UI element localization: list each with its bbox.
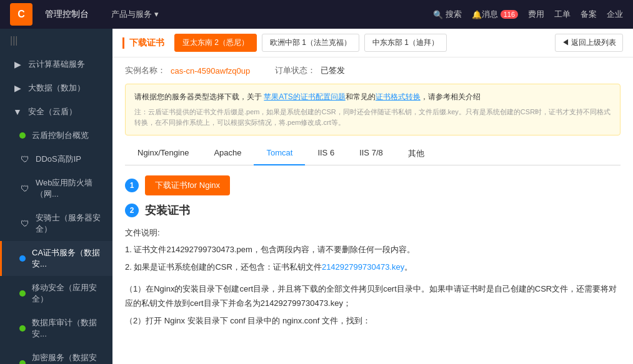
tab-iis78[interactable]: IIS 7/8	[347, 143, 396, 165]
tab-iis6[interactable]: IIS 6	[305, 143, 347, 165]
main-content: 下载证书 亚太东南 2（悉尼） 欧洲中部 1（法兰克福） 中东东部 1（迪拜） …	[112, 29, 633, 364]
instance-name-item: 实例名称： cas-cn-4590awfzq0up	[125, 65, 250, 76]
sidebar-item-aqishi[interactable]: 🛡 安骑士（服务器安全）	[0, 206, 112, 241]
sidebar-item-ddos[interactable]: 🛡 DDoS高防IP	[0, 147, 112, 171]
nav-menu: 产品与服务 ▾	[104, 5, 166, 24]
tab-apache[interactable]: Apache	[201, 143, 254, 165]
circle-icon	[19, 132, 26, 139]
install-steps: （1）在Nginx的安装目录下创建cert目录，并且将下载的全部文件拷贝到cer…	[125, 282, 621, 328]
key-file-link[interactable]: 214292799730473.key	[322, 262, 404, 272]
message-badge: 116	[501, 10, 518, 19]
sidebar-item-security[interactable]: ▼ 安全（云盾）	[0, 100, 112, 124]
circle-icon	[19, 360, 26, 364]
step1-row: 1 下载证书for Nginx	[125, 175, 621, 195]
tab-tomcat[interactable]: Tomcat	[254, 143, 305, 165]
install-step1: （1）在Nginx的安装目录下创建cert目录，并且将下载的全部文件拷贝到cer…	[125, 282, 621, 311]
apple-ats-link[interactable]: 苹果ATS的证书配置问题	[264, 92, 345, 101]
step2-row: 2 安装证书	[125, 203, 621, 218]
enterprise-link[interactable]: 企业	[607, 9, 623, 20]
search-button[interactable]: 🔍 搜索	[433, 9, 462, 20]
nav-right: 🔍 搜索 🔔 消息 116 费用 工单 备案 企业	[433, 9, 623, 20]
shield-icon: 🛡	[19, 183, 31, 194]
file-item1: 1. 证书文件214292799730473.pem，包含两段内容，请不要删除任…	[125, 242, 621, 257]
circle-icon	[19, 325, 26, 332]
shield-icon: 🛡	[19, 154, 31, 165]
tickets-link[interactable]: 工单	[554, 9, 571, 20]
step1-number: 1	[125, 179, 139, 192]
instance-info: 实例名称： cas-cn-4590awfzq0up 订单状态： 已签发	[112, 57, 633, 84]
shield-icon: 🛡	[19, 218, 31, 229]
cert-content: 1 下载证书for Nginx 2 安装证书 文件说明: 1. 证书文件2142…	[112, 165, 633, 340]
download-nginx-button[interactable]: 下载证书for Nginx	[145, 175, 230, 195]
sidebar-item-cloud-compute[interactable]: ▶ 云计算基础服务	[0, 52, 112, 76]
server-type-tabs: Nginx/Tengine Apache Tomcat IIS 6 IIS 7/…	[125, 143, 621, 165]
top-navigation: C 管理控制台 产品与服务 ▾ 🔍 搜索 🔔 消息 116 费用 工单 备案 企…	[0, 0, 633, 29]
status-label: 订单状态：	[275, 65, 316, 76]
install-step2: （2）打开 Nginx 安装目录下 conf 目录中的 nginx.conf 文…	[125, 313, 621, 328]
search-icon: 🔍	[433, 10, 443, 19]
nav-title: 管理控制台	[45, 9, 89, 20]
file-description: 文件说明: 1. 证书文件214292799730473.pem，包含两段内容，…	[125, 225, 621, 274]
chevron-right-icon: ▶	[12, 82, 23, 94]
file-desc-title: 文件说明:	[125, 225, 621, 240]
tab-nginx[interactable]: Nginx/Tengine	[125, 143, 201, 165]
cert-format-link[interactable]: 证书格式转换	[376, 92, 421, 101]
step2-number: 2	[125, 204, 139, 217]
circle-icon	[19, 290, 26, 297]
back-button[interactable]: ◀ 返回上级列表	[555, 34, 623, 52]
sidebar-item-db-audit[interactable]: 数据库审计（数据安...	[0, 311, 112, 346]
notice-title: 请根据您的服务器类型选择下载，关于 苹果ATS的证书配置问题和常见的证书格式转换…	[134, 91, 611, 104]
instance-status-item: 订单状态： 已签发	[275, 65, 345, 76]
chevron-down-icon: ▼	[12, 106, 23, 117]
notice-detail: 注：云盾证书提供的证书文件后缀是.pem，如果是系统创建的CSR，同时还会伴随证…	[134, 107, 611, 129]
collapse-button[interactable]: |||	[0, 29, 112, 52]
status-value: 已签发	[321, 65, 345, 76]
file-item2: 2. 如果是证书系统创建的CSR，还包含：证书私钥文件2142927997304…	[125, 260, 621, 274]
sidebar-item-yundun-overview[interactable]: 云盾控制台概览	[0, 124, 112, 147]
messages-button[interactable]: 🔔 消息 116	[472, 9, 518, 20]
tab-other[interactable]: 其他	[396, 143, 437, 165]
region-tab-frankfurt[interactable]: 欧洲中部 1（法兰克福）	[262, 34, 359, 52]
region-tab-dubai[interactable]: 中东东部 1（迪拜）	[364, 34, 447, 52]
page-section-title: 下载证书	[122, 37, 164, 49]
install-title: 安装证书	[145, 203, 190, 218]
instance-name-label: 实例名称：	[125, 65, 166, 76]
sidebar-item-encrypt[interactable]: 加密服务（数据安全）	[0, 346, 112, 364]
notice-box: 请根据您的服务器类型选择下载，关于 苹果ATS的证书配置问题和常见的证书格式转换…	[125, 84, 621, 135]
circle-icon	[19, 255, 26, 262]
sidebar-item-mobile-security[interactable]: 移动安全（应用安全）	[0, 276, 112, 311]
billing-link[interactable]: 费用	[528, 9, 544, 20]
sidebar: ||| ▶ 云计算基础服务 ▶ 大数据（数加） ▼ 安全（云盾） 云盾控制台概览…	[0, 29, 112, 364]
instance-name-value: cas-cn-4590awfzq0up	[171, 66, 250, 76]
nav-products[interactable]: 产品与服务 ▾	[104, 5, 166, 24]
bell-icon: 🔔	[472, 10, 482, 19]
sidebar-item-waf[interactable]: 🛡 Web应用防火墙（网...	[0, 171, 112, 206]
logo: C	[10, 3, 32, 26]
region-tab-sydney[interactable]: 亚太东南 2（悉尼）	[174, 34, 257, 52]
sidebar-item-bigdata[interactable]: ▶ 大数据（数加）	[0, 76, 112, 100]
chevron-right-icon: ▶	[12, 59, 23, 70]
beian-link[interactable]: 备案	[581, 9, 597, 20]
app-layout: ||| ▶ 云计算基础服务 ▶ 大数据（数加） ▼ 安全（云盾） 云盾控制台概览…	[0, 29, 633, 364]
sidebar-item-ca-cert[interactable]: CA证书服务（数据安...	[0, 241, 112, 276]
region-bar: 下载证书 亚太东南 2（悉尼） 欧洲中部 1（法兰克福） 中东东部 1（迪拜） …	[112, 29, 633, 57]
